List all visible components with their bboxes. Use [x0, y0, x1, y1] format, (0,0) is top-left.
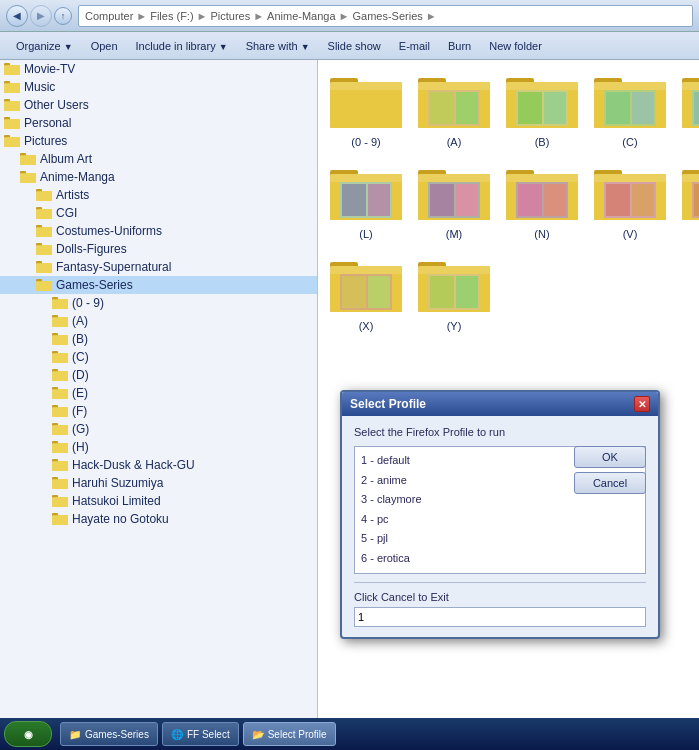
sidebar-item[interactable]: Hatsukoi Limited [0, 492, 317, 510]
svg-rect-32 [36, 245, 52, 255]
sidebar-item[interactable]: Games-Series [0, 276, 317, 294]
sidebar-item[interactable]: (C) [0, 348, 317, 366]
folder-icon [52, 368, 68, 382]
breadcrumb-drive[interactable]: Files (F:) [150, 10, 193, 22]
sidebar-item[interactable]: (F) [0, 402, 317, 420]
folder-icon [52, 386, 68, 400]
sidebar-item-label: Artists [56, 188, 89, 202]
forward-button[interactable]: ▶ [30, 5, 52, 27]
breadcrumb-games[interactable]: Games-Series [352, 10, 422, 22]
sidebar-item-label: Haruhi Suzumiya [72, 476, 163, 490]
organize-button[interactable]: Organize ▼ [8, 38, 81, 54]
profile-item[interactable]: 4 - pc [359, 510, 641, 530]
svg-rect-44 [52, 317, 68, 327]
svg-rect-77 [52, 515, 68, 525]
modal-cancel-button[interactable]: Cancel [574, 472, 646, 494]
sidebar-item[interactable]: Personal [0, 114, 317, 132]
folder-icon [4, 116, 20, 130]
svg-rect-122 [330, 174, 402, 182]
taskbar-profile[interactable]: 📂 Select Profile [243, 722, 336, 746]
folder-thumbnail [330, 72, 402, 134]
svg-rect-14 [4, 137, 20, 147]
svg-rect-50 [52, 353, 68, 363]
sidebar-item[interactable]: Dolls-Figures [0, 240, 317, 258]
select-profile-modal: Select Profile ✕ Select the Firefox Prof… [340, 390, 660, 639]
modal-profile-input[interactable] [354, 607, 646, 627]
sidebar-item[interactable]: Album Art [0, 150, 317, 168]
sidebar-item[interactable]: (0 - 9) [0, 294, 317, 312]
svg-rect-8 [4, 101, 20, 111]
svg-rect-74 [52, 497, 68, 507]
sidebar-item[interactable]: Hayate no Gotoku [0, 510, 317, 528]
folder-icon [52, 314, 68, 328]
modal-close-button[interactable]: ✕ [634, 396, 650, 412]
svg-rect-23 [36, 191, 52, 201]
folder-item[interactable]: (0 - 9) [326, 68, 406, 152]
share-with-button[interactable]: Share with ▼ [238, 38, 318, 54]
folder-item[interactable]: (X) [326, 252, 406, 336]
svg-rect-59 [52, 407, 68, 417]
folder-item[interactable]: (C) [590, 68, 670, 152]
sidebar-item[interactable]: (G) [0, 420, 317, 438]
sidebar-item[interactable]: (A) [0, 312, 317, 330]
folder-item[interactable]: (K) [678, 68, 699, 152]
sidebar-item[interactable]: Music [0, 78, 317, 96]
svg-rect-17 [20, 155, 36, 165]
sidebar-item-label: (B) [72, 332, 88, 346]
profile-item[interactable]: 5 - pjl [359, 529, 641, 549]
folder-label: (X) [359, 320, 374, 332]
folder-item[interactable]: (B) [502, 68, 582, 152]
sidebar-item[interactable]: (D) [0, 366, 317, 384]
folder-icon [52, 350, 68, 364]
up-button[interactable]: ↑ [54, 7, 72, 25]
back-button[interactable]: ◀ [6, 5, 28, 27]
folder-icon [52, 404, 68, 418]
slideshow-button[interactable]: Slide show [320, 38, 389, 54]
folder-grid: (0 - 9) (A) (B) (C) [326, 68, 691, 336]
sidebar-item[interactable]: Costumes-Uniforms [0, 222, 317, 240]
svg-rect-29 [36, 227, 52, 237]
folder-item[interactable]: (M) [414, 160, 494, 244]
sidebar-item[interactable]: Hack-Dusk & Hack-GU [0, 456, 317, 474]
breadcrumb-computer[interactable]: Computer [85, 10, 133, 22]
folder-item[interactable]: (N) [502, 160, 582, 244]
sidebar-item[interactable]: Artists [0, 186, 317, 204]
folder-item[interactable]: (A) [414, 68, 494, 152]
modal-ok-button[interactable]: OK [574, 446, 646, 468]
burn-button[interactable]: Burn [440, 38, 479, 54]
new-folder-button[interactable]: New folder [481, 38, 550, 54]
sidebar-item[interactable]: (E) [0, 384, 317, 402]
sidebar-item[interactable]: Anime-Manga [0, 168, 317, 186]
folder-label: (C) [622, 136, 637, 148]
breadcrumb-anime[interactable]: Anime-Manga [267, 10, 335, 22]
svg-rect-138 [506, 174, 578, 182]
sidebar-item[interactable]: CGI [0, 204, 317, 222]
breadcrumb[interactable]: Computer ► Files (F:) ► Pictures ► Anime… [78, 5, 693, 27]
sidebar-item[interactable]: (H) [0, 438, 317, 456]
folder-thumbnail [330, 256, 402, 318]
profile-item[interactable]: 6 - erotica [359, 549, 641, 569]
folder-item[interactable]: (Y) [414, 252, 494, 336]
start-button[interactable]: ◉ [4, 721, 52, 747]
email-button[interactable]: E-mail [391, 38, 438, 54]
breadcrumb-arrow4: ► [339, 10, 350, 22]
sidebar-item[interactable]: Other Users [0, 96, 317, 114]
taskbar-explorer[interactable]: 📁 Games-Series [60, 722, 158, 746]
breadcrumb-pictures[interactable]: Pictures [210, 10, 250, 22]
sidebar-item-label: (F) [72, 404, 87, 418]
sidebar-item[interactable]: Fantasy-Supernatural [0, 258, 317, 276]
sidebar-item[interactable]: (B) [0, 330, 317, 348]
folder-item[interactable]: (V) [590, 160, 670, 244]
taskbar-ff[interactable]: 🌐 FF Select [162, 722, 239, 746]
sidebar-item[interactable]: Haruhi Suzumiya [0, 474, 317, 492]
sidebar-item-label: Costumes-Uniforms [56, 224, 162, 238]
sidebar-item[interactable]: Movie-TV [0, 60, 317, 78]
svg-rect-146 [594, 174, 666, 182]
svg-rect-71 [52, 479, 68, 489]
folder-item[interactable]: (L) [326, 160, 406, 244]
open-button[interactable]: Open [83, 38, 126, 54]
taskbar-profile-label: Select Profile [268, 729, 327, 740]
sidebar-item[interactable]: Pictures [0, 132, 317, 150]
include-library-button[interactable]: Include in library ▼ [128, 38, 236, 54]
folder-item[interactable]: (W) [678, 160, 699, 244]
